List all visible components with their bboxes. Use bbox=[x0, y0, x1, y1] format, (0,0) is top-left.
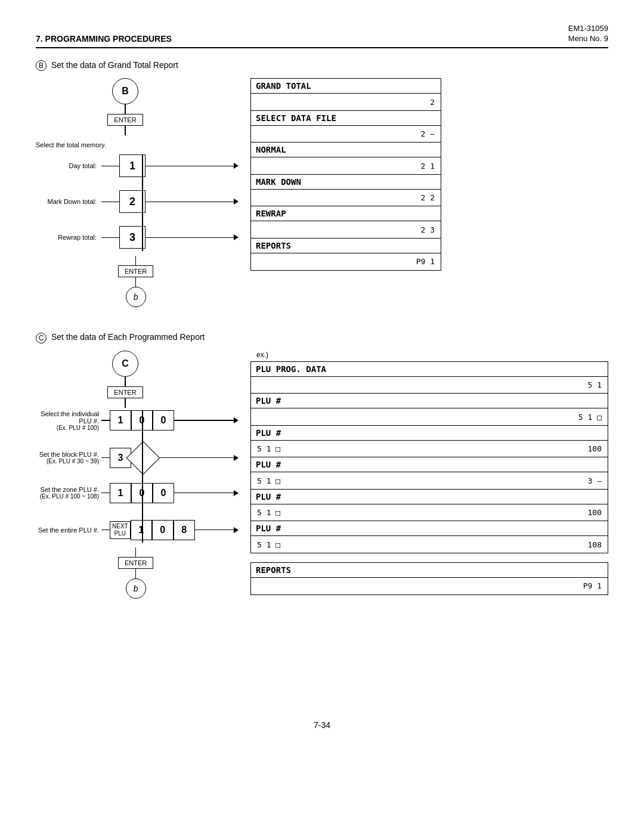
dp-value: 5 1 □ bbox=[251, 408, 608, 425]
fc-c-enter-2: ENTER bbox=[118, 557, 153, 569]
fc-c-next-8: 8 bbox=[174, 520, 195, 540]
display-panel: PLU PROG. DATA5 1 bbox=[250, 361, 608, 394]
menu-no: Menu No. 9 bbox=[568, 34, 608, 43]
fc-c-arrow-2 bbox=[125, 398, 126, 408]
circle-b: B bbox=[36, 60, 47, 71]
fc-c-block-labels: Set the block PLU #. (Ex. PLU # 30 ~ 39) bbox=[36, 451, 101, 465]
rw-label: Rewrap total: bbox=[36, 234, 101, 241]
fc-enter-1: ENTER bbox=[107, 114, 143, 126]
fc-select-label: Select the total memory. bbox=[36, 141, 106, 148]
fc-arrow-3 bbox=[135, 256, 137, 265]
header-top: EM1-31059 bbox=[36, 24, 608, 33]
fc-c-individual-labels: Select the individual PLU #. (Ex. PLU # … bbox=[36, 410, 101, 431]
fc-c-individual-row: Select the individual PLU #. (Ex. PLU # … bbox=[36, 410, 239, 431]
section-b-intro: B Set the data of Grand Total Report bbox=[36, 60, 608, 71]
page: EM1-31059 7. PROGRAMMING PROCEDURES Menu… bbox=[0, 0, 644, 833]
md-label: Mark Down total: bbox=[36, 198, 101, 205]
fc-b-end: b bbox=[126, 287, 146, 307]
circle-c: C bbox=[36, 333, 47, 343]
fc-c-arrow-1 bbox=[125, 377, 126, 386]
fc-rw-row: Rewrap total: 3 bbox=[36, 226, 239, 249]
display-c-reports: REPORTSP9 1 bbox=[250, 562, 608, 594]
fc-rw-line-r bbox=[145, 237, 234, 239]
section-b-content: B ENTER Select the total memory. bbox=[36, 78, 608, 314]
display-panel: PLU #5 1 □3 – bbox=[250, 457, 608, 490]
display-b: GRAND TOTAL2SELECT DATA FILE2 –NORMAL2 1… bbox=[250, 78, 441, 270]
fc-rw-arrow bbox=[234, 234, 239, 240]
dp-header: SELECT DATA FILE bbox=[251, 111, 441, 126]
fc-md-arrow bbox=[234, 199, 239, 205]
display-panel: REPORTSP9 1 bbox=[250, 238, 441, 271]
fc-c-entire-label: Set the entire PLU #. bbox=[36, 527, 101, 534]
display-panel: REWRAP2 3 bbox=[250, 206, 441, 239]
display-panel: GRAND TOTAL2 bbox=[250, 78, 441, 111]
section-title: 7. PROGRAMMING PROCEDURES bbox=[36, 34, 172, 44]
fc-c-start: C bbox=[112, 351, 138, 377]
dp-value: 2 bbox=[251, 94, 441, 110]
flowchart-c: C ENTER Select the individual PLU #. (Ex… bbox=[36, 351, 239, 708]
fc-c-zone-labels: Set the zone PLU #. (Ex. PLU # 100 ~ 108… bbox=[36, 486, 101, 500]
dp-header: PLU # bbox=[251, 394, 608, 408]
fc-day-line bbox=[101, 166, 119, 167]
fc-day-line-r bbox=[145, 166, 234, 167]
doc-number: EM1-31059 bbox=[568, 24, 608, 33]
fc-c-ind-0b: 0 bbox=[153, 410, 174, 431]
dp-header: REPORTS bbox=[251, 239, 441, 253]
display-panel: PLU #5 1 □100 bbox=[250, 489, 608, 522]
dp-value: 5 1 bbox=[251, 377, 608, 394]
dp-header: PLU # bbox=[251, 426, 608, 441]
fc-c-zone-1: 1 bbox=[110, 483, 131, 503]
dp-value: 2 1 bbox=[251, 157, 441, 174]
section-b: B Set the data of Grand Total Report B E… bbox=[36, 60, 608, 314]
display-panel: PLU #5 1 □100 bbox=[250, 425, 608, 458]
fc-rw-line bbox=[101, 237, 119, 239]
fc-c-end-label: b bbox=[134, 584, 138, 593]
dp-value: P9 1 bbox=[251, 253, 441, 270]
dp-value: 2 2 bbox=[251, 190, 441, 206]
fc-b-bottom-col: ENTER b bbox=[118, 256, 153, 307]
dp-value: 5 1 □108 bbox=[251, 536, 608, 553]
fc-arrow-1 bbox=[125, 104, 126, 114]
dp-value: 2 – bbox=[251, 126, 441, 143]
display-panel: MARK DOWN2 2 bbox=[250, 174, 441, 207]
fc-c-diamond bbox=[126, 441, 160, 475]
fc-md-line bbox=[101, 202, 119, 203]
dp-header: NORMAL bbox=[251, 143, 441, 157]
fc-c-block-row: Set the block PLU #. (Ex. PLU # 30 ~ 39)… bbox=[36, 446, 239, 470]
fc-c-enter-1: ENTER bbox=[107, 386, 143, 398]
day-label: Day total: bbox=[36, 162, 101, 169]
fc-c-vert-line bbox=[142, 410, 143, 543]
dp-header: REPORTS bbox=[251, 563, 608, 578]
fc-c-bottom: ENTER b bbox=[118, 547, 153, 599]
dp-header: PLU # bbox=[251, 490, 608, 504]
fc-c-end: b bbox=[126, 578, 146, 599]
fc-c-diamond-wrapper bbox=[131, 446, 155, 470]
dp-value: 5 1 □100 bbox=[251, 504, 608, 521]
fc-enter-1-label: ENTER bbox=[114, 116, 136, 123]
section-c-content: C ENTER Select the individual PLU #. (Ex… bbox=[36, 351, 608, 708]
section-c-title: Set the data of Each Programmed Report bbox=[51, 332, 205, 342]
dp-value: 2 3 bbox=[251, 221, 441, 238]
display-panel: PLU #5 1 □108 bbox=[250, 521, 608, 553]
section-c: C Set the data of Each Programmed Report… bbox=[36, 332, 608, 708]
dp-header: GRAND TOTAL bbox=[251, 79, 441, 94]
fc-c-next-row: Set the entire PLU #. NEXTPLU 1 0 8 bbox=[36, 520, 239, 540]
display-panel: REPORTSP9 1 bbox=[250, 562, 608, 595]
fc-c-zone-0b: 0 bbox=[153, 483, 174, 503]
fc-md-row: Mark Down total: 2 bbox=[36, 190, 239, 213]
fc-c-next-plu: NEXTPLU bbox=[110, 521, 131, 539]
fc-b-end-label: b bbox=[134, 292, 138, 302]
fc-enter-2: ENTER bbox=[118, 265, 153, 277]
dp-value: P9 1 bbox=[251, 578, 608, 594]
fc-c-ind-1: 1 bbox=[110, 410, 131, 431]
fc-c-top: C ENTER bbox=[107, 351, 143, 408]
page-number: 7-34 bbox=[36, 720, 608, 730]
dp-value: 5 1 □100 bbox=[251, 441, 608, 457]
display-c: ex.) PLU PROG. DATA5 1PLU #5 1 □PLU #5 1… bbox=[250, 351, 608, 594]
fc-b-start-circle: B bbox=[112, 78, 138, 104]
display-c-reports-inner: REPORTSP9 1 bbox=[250, 562, 608, 595]
display-panel: NORMAL2 1 bbox=[250, 142, 441, 175]
fc-c-next-0: 0 bbox=[152, 520, 174, 540]
fc-md-line-r bbox=[145, 202, 234, 203]
section-c-intro: C Set the data of Each Programmed Report bbox=[36, 332, 608, 343]
